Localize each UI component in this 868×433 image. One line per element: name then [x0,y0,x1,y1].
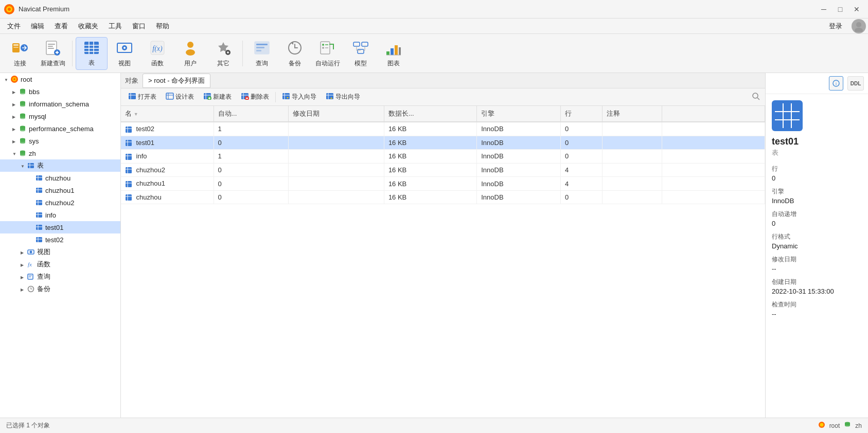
toolbar-autorun-button[interactable]: 自动运行 [312,37,344,70]
chuzhou1-table-icon [35,186,43,194]
cell-size: 16 KB [384,122,476,136]
open-table-button[interactable]: 打开表 [124,91,161,103]
toolbar-new-query-button[interactable]: 新建查询 [37,37,69,70]
panel-field-value: -- [772,265,862,273]
export-wizard-button[interactable]: 导出向导 [322,91,364,103]
table-row[interactable]: chuzhou1 0 16 KB InnoDB 4 [121,177,765,191]
svg-rect-125 [282,93,290,99]
sidebar-item-bbs[interactable]: bbs [0,85,120,98]
cell-modified [288,177,384,191]
table-row[interactable]: test02 1 16 KB InnoDB 0 [121,122,765,136]
sidebar-item-zh-view[interactable]: 视图 [0,246,120,258]
toolbar-connect-button[interactable]: 连接 [4,37,36,70]
sidebar-item-zh[interactable]: zh [0,147,120,159]
design-table-button[interactable]: 设计表 [162,91,198,103]
sidebar-item-zh-query[interactable]: 查询 [0,270,120,283]
cell-comment [602,163,662,177]
maximize-button[interactable]: □ [833,2,847,16]
toolbar-backup-button[interactable]: 备份 [279,37,311,70]
tab-object-label[interactable]: 对象 [125,76,138,85]
menubar-right: 登录 [824,19,866,33]
sidebar-item-chuzhou[interactable]: ▶ chuzhou [0,172,120,184]
toolbar-table-button[interactable]: 表 [76,37,108,70]
toolbar-query-button[interactable]: 查询 [246,37,278,70]
svg-rect-10 [48,44,55,45]
toolbar-sep-1 [72,41,73,66]
sidebar-item-test02[interactable]: ▶ test02 [0,233,120,246]
toolbar-user-button[interactable]: 用户 [174,37,206,70]
panel-table-name: test01 [772,136,862,147]
sidebar-item-zh-func[interactable]: fx 函数 [0,258,120,270]
panel-field-value: 0 [772,220,862,227]
content-area: 对象 > root - 命令列界面 打开表 设计表 [121,73,765,418]
delete-table-button[interactable]: 删除表 [237,91,273,103]
sidebar-scroll[interactable]: root bbs information_schema [0,73,120,418]
sidebar-item-test01[interactable]: ▶ test01 [0,221,120,233]
svg-rect-39 [362,42,368,46]
menu-window[interactable]: 窗口 [127,20,151,33]
toolbar-other-button[interactable]: 其它 [207,37,239,70]
sidebar-item-zh-backup[interactable]: 备份 [0,283,120,295]
menu-view[interactable]: 查看 [49,20,73,33]
panel-ddl-button[interactable]: DDL [847,76,864,91]
table-row[interactable]: test01 0 16 KB InnoDB 0 [121,136,765,150]
sidebar-item-info[interactable]: ▶ info [0,209,120,221]
sidebar-item-mysql[interactable]: mysql [0,110,120,122]
sidebar-item-chuzhou1[interactable]: ▶ chuzhou1 [0,184,120,196]
sidebar-label-chuzhou: chuzhou [45,174,70,182]
menu-file[interactable]: 文件 [2,20,26,33]
login-button[interactable]: 登录 [824,20,847,32]
sidebar-item-information-schema[interactable]: information_schema [0,98,120,110]
toolbar-view-button[interactable]: 视图 [109,37,140,70]
toolbar-chart-button[interactable]: 图表 [378,37,410,70]
col-comment[interactable]: 注释 [602,106,662,122]
panel-field: 行 0 [772,165,862,182]
tab-cmd[interactable]: > root - 命令列界面 [143,74,210,88]
sidebar-item-performance-schema[interactable]: performance_schema [0,122,120,135]
table-row[interactable]: chuzhou2 0 16 KB InnoDB 4 [121,163,765,177]
backup-group-icon [27,285,35,293]
svg-line-132 [757,98,759,100]
sidebar-label-test02: test02 [45,236,63,244]
cell-rows: 0 [561,190,603,204]
panel-field-label: 修改日期 [772,255,862,264]
import-wizard-button[interactable]: 导入向导 [278,91,321,103]
chart-icon [384,39,403,57]
sidebar-item-chuzhou2[interactable]: ▶ chuzhou2 [0,196,120,209]
col-engine[interactable]: 引擎 [477,106,561,122]
menu-help[interactable]: 帮助 [151,20,174,33]
cell-extra [662,190,765,204]
close-button[interactable]: ✕ [849,2,864,16]
col-modified[interactable]: 修改日期 [288,106,384,122]
cell-size: 16 KB [384,177,476,191]
svg-rect-45 [386,51,389,55]
col-auto-inc[interactable]: 自动... [214,106,288,122]
panel-info-button[interactable]: i [829,76,843,91]
menu-favorites[interactable]: 收藏夹 [73,20,103,33]
col-rows[interactable]: 行 [561,106,603,122]
new-table-button[interactable]: 新建表 [199,91,236,103]
menu-tools[interactable]: 工具 [103,20,127,33]
delete-table-label: 删除表 [251,93,269,101]
table-container[interactable]: 名 ▼ 自动... 修改日期 数据长... 引擎 行 注释 te [121,106,765,418]
col-name[interactable]: 名 ▼ [121,106,214,122]
cell-engine: InnoDB [477,150,561,164]
table-row[interactable]: chuzhou 0 16 KB InnoDB 0 [121,190,765,204]
sidebar-label-chuzhou2: chuzhou2 [45,199,74,207]
sidebar: root bbs information_schema [0,73,121,418]
sidebar-item-zh-table-group[interactable]: 表 [0,159,120,172]
arrow-zh-func [21,262,27,267]
minimize-button[interactable]: ─ [817,2,831,16]
sidebar-item-root[interactable]: root [0,73,120,85]
sidebar-item-sys[interactable]: sys [0,135,120,147]
toolbar-model-button[interactable]: 模型 [345,37,377,70]
table-row[interactable]: info 1 16 KB InnoDB 0 [121,150,765,164]
cell-auto-inc: 0 [214,190,288,204]
search-button[interactable] [750,90,762,104]
table-label: 表 [88,59,95,67]
menu-edit[interactable]: 编辑 [26,20,49,33]
sidebar-label-information-schema: information_schema [29,100,89,108]
main-area: root bbs information_schema [0,73,868,418]
toolbar-function-button[interactable]: f(x) 函数 [141,37,173,70]
col-size[interactable]: 数据长... [384,106,476,122]
